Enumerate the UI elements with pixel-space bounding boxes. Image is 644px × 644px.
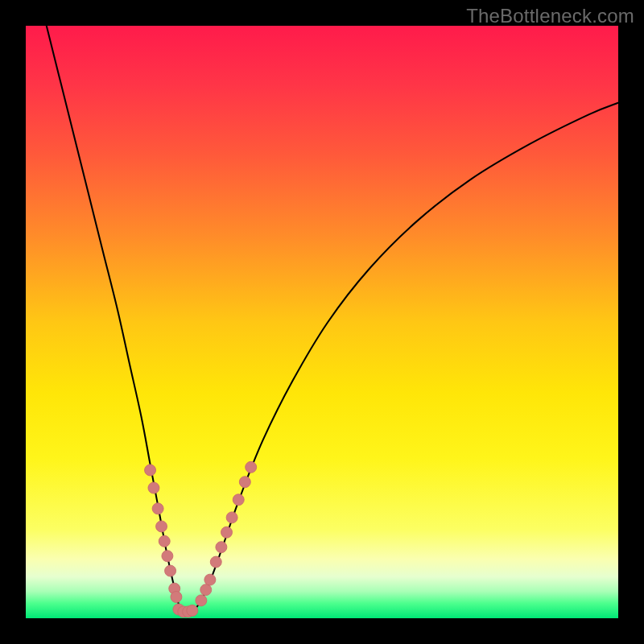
- curve-marker: [171, 592, 182, 603]
- curve-marker: [156, 521, 167, 532]
- curve-right: [186, 103, 618, 615]
- curve-marker: [216, 542, 227, 553]
- curve-marker: [221, 526, 233, 538]
- curve-layer: [26, 26, 618, 618]
- curve-marker: [246, 461, 257, 473]
- curve-marker: [152, 503, 163, 514]
- curve-marker: [204, 574, 216, 585]
- curve-marker: [187, 605, 198, 616]
- plot-area: [26, 26, 618, 618]
- marker-layer: [145, 461, 257, 617]
- curve-marker: [239, 477, 250, 488]
- chart-stage: TheBottleneck.com: [0, 0, 644, 644]
- curve-marker: [165, 565, 176, 576]
- curve-marker: [145, 464, 156, 476]
- curve-marker: [226, 512, 237, 523]
- curve-marker: [162, 551, 173, 562]
- curve-marker: [196, 595, 207, 606]
- curve-marker: [233, 494, 244, 506]
- curve-marker: [148, 482, 159, 493]
- curve-marker: [159, 535, 170, 547]
- curve-marker: [210, 556, 221, 568]
- curve-marker: [200, 584, 212, 596]
- watermark-text: TheBottleneck.com: [466, 5, 634, 27]
